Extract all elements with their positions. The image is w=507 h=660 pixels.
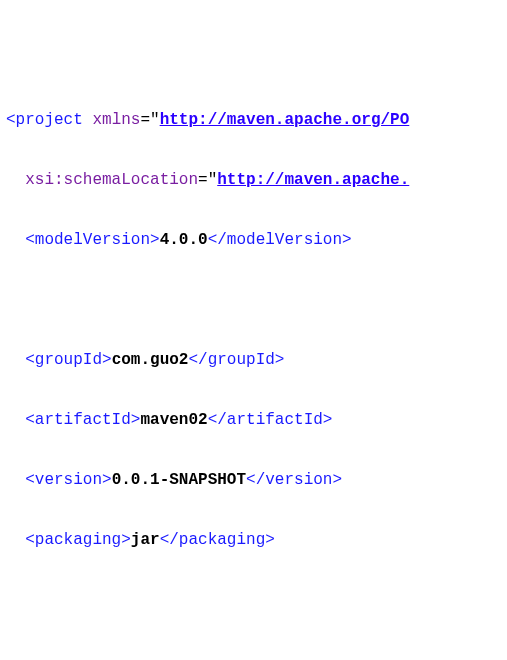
code-line-blank	[0, 288, 507, 312]
equals: ="	[140, 111, 159, 129]
tag-open: <project	[6, 111, 83, 129]
code-line: <artifactId>maven02</artifactId>	[0, 408, 507, 432]
text: maven02	[140, 411, 207, 429]
tag-close: </modelVersion>	[208, 231, 352, 249]
attr-name: xmlns	[92, 111, 140, 129]
text: com.guo2	[112, 351, 189, 369]
code-editor[interactable]: <project xmlns="http://maven.apache.org/…	[0, 72, 507, 660]
text: 0.0.1-SNAPSHOT	[112, 471, 246, 489]
attr-value: http://maven.apache.	[217, 171, 409, 189]
attr-value: http://maven.apache.org/PO	[160, 111, 410, 129]
code-line-blank	[0, 588, 507, 612]
tag: <version>	[25, 471, 111, 489]
code-line: <version>0.0.1-SNAPSHOT</version>	[0, 468, 507, 492]
code-line-blank	[0, 630, 507, 654]
text: 4.0.0	[160, 231, 208, 249]
tag-close: </groupId>	[188, 351, 284, 369]
code-line: <packaging>jar</packaging>	[0, 528, 507, 552]
code-line: <modelVersion>4.0.0</modelVersion>	[0, 228, 507, 252]
text: jar	[131, 531, 160, 549]
tag-close: </packaging>	[160, 531, 275, 549]
code-line: <project xmlns="http://maven.apache.org/…	[0, 108, 507, 132]
code-line: <groupId>com.guo2</groupId>	[0, 348, 507, 372]
equals: ="	[198, 171, 217, 189]
tag: <packaging>	[25, 531, 131, 549]
tag: <artifactId>	[25, 411, 140, 429]
code-line: xsi:schemaLocation="http://maven.apache.	[0, 168, 507, 192]
attr-name: xsi:schemaLocation	[25, 171, 198, 189]
tag: <modelVersion>	[25, 231, 159, 249]
tag-close: </version>	[246, 471, 342, 489]
tag-close: </artifactId>	[208, 411, 333, 429]
tag: <groupId>	[25, 351, 111, 369]
